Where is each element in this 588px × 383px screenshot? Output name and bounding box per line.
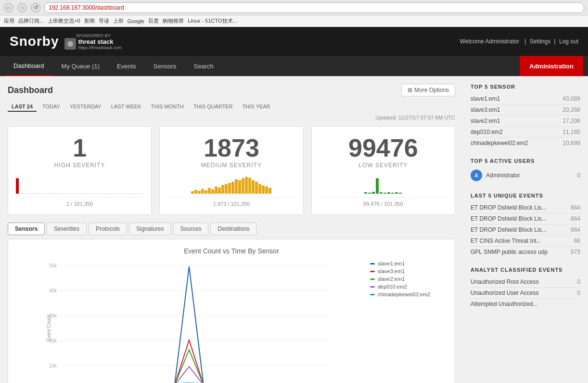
tab-this-month[interactable]: THIS MONTH: [147, 102, 187, 112]
high-severity-label: HIGH SEVERITY: [16, 162, 143, 169]
threat-stack-url: https://threatstack.com: [78, 45, 122, 50]
threat-stack-icon: [64, 38, 76, 50]
sensor-row-1: slave1:em1 43,089: [471, 93, 580, 105]
chart-wrap: 50k 40k 30k 20k 10k 0k Event Count: [16, 261, 447, 383]
high-severity-number: 1: [16, 134, 143, 162]
medium-severity-label: MEDIUM SEVERITY: [167, 162, 295, 169]
logo-area: Snorby SPONSORED BY threat stack https:/…: [10, 33, 122, 50]
threat-stack-logo: threat stack https://threatstack.com: [64, 38, 122, 50]
top5-sensor-section: TOP 5 SENSOR slave1:em1 43,089 slave3:em…: [471, 84, 580, 148]
page-content: Dashboard ⊞ More Options LAST 24 TODAY Y…: [0, 76, 588, 383]
tab-this-year[interactable]: THIS YEAR: [239, 102, 274, 112]
header-right: Welcome Administrator | Settings | Log o…: [458, 38, 578, 45]
high-severity-footer: 1 / 101,350: [16, 198, 143, 207]
last5-events-title: LAST 5 UNIQUE EVENTS: [471, 193, 580, 198]
svg-text:40k: 40k: [49, 288, 57, 293]
main-area: Dashboard ⊞ More Options LAST 24 TODAY Y…: [0, 76, 463, 383]
chart-tab-signatures[interactable]: Signatures: [129, 223, 171, 235]
last5-events-section: LAST 5 UNIQUE EVENTS ET DROP Dshield Blo…: [471, 193, 580, 257]
welcome-text: Welcome Administrator: [460, 38, 519, 45]
sponsored-by-text: SPONSORED BY: [76, 33, 111, 38]
unauthorized-root-access-label: Unauthorized Root Access: [471, 278, 538, 285]
tab-last24[interactable]: LAST 24: [8, 102, 37, 112]
low-severity-number: 99476: [320, 134, 447, 162]
user-name-admin: Administrator: [486, 172, 573, 179]
chart-tab-sensors[interactable]: Sensors: [8, 223, 45, 235]
low-severity-label: LOW SEVERITY: [320, 162, 447, 169]
high-severity-card: 1 HIGH SEVERITY 1 / 101,350: [8, 126, 152, 215]
attempted-unauthorized-label: Attempted Unauthorized...: [471, 301, 537, 307]
legend-item-chinadep: chinadepkewei02:em2: [370, 291, 447, 297]
app-header: Snorby SPONSORED BY threat stack https:/…: [0, 27, 588, 56]
chart-legend: slave1:em1 slave3:em1 slave2:em1 dep010:…: [370, 261, 447, 383]
legend-item-slave3: slave3:em1: [370, 268, 447, 274]
medium-severity-card: 1873 MEDIUM SEVERITY: [159, 126, 303, 215]
medium-severity-chart: [167, 174, 295, 194]
logout-link[interactable]: Log out: [559, 38, 578, 45]
event-row-3[interactable]: ET DROP Dshield Block Lis... 664: [471, 225, 580, 236]
tab-yesterday[interactable]: YESTERDAY: [66, 102, 105, 112]
analyst-event-row-3: Attempted Unauthorized...: [471, 299, 580, 309]
chart-tabs: Sensors Severities Protocols Signatures …: [8, 223, 455, 235]
url-bar[interactable]: [44, 2, 584, 13]
legend-item-slave1: slave1:em1: [370, 261, 447, 266]
analyst-event-row-1: Unauthorized Root Access 0: [471, 277, 580, 288]
sensor-row-5: chinadepkewei02:em2 10,699: [471, 138, 580, 148]
chart-title: Event Count vs Time By Sensor: [16, 247, 447, 255]
chart-tab-severities[interactable]: Severities: [47, 223, 87, 235]
sidebar: TOP 5 SENSOR slave1:em1 43,089 slave3:em…: [463, 76, 588, 383]
user-count-admin: 0: [577, 172, 580, 179]
bookmarks-bar: 应用 品牌订阅... 上班教交流+0 新闻 导读 上班 Google 百度 购物…: [0, 15, 588, 27]
browser-chrome: ← → ↺: [0, 0, 588, 15]
forward-button[interactable]: →: [17, 3, 27, 13]
back-button[interactable]: ←: [4, 3, 13, 13]
event-row-2[interactable]: ET DROP Dshield Block Lis... 664: [471, 213, 580, 225]
severity-cards: 1 HIGH SEVERITY 1 / 101,350 1873 MEDIUM …: [8, 126, 455, 215]
medium-severity-number: 1873: [167, 134, 295, 162]
chart-tab-sources[interactable]: Sources: [173, 223, 208, 235]
low-severity-footer: 99,476 / 101,350: [320, 198, 447, 207]
analyst-events-section: ANALYST CLASSIFIED EVENTS Unauthorized R…: [471, 267, 580, 309]
dashboard-header: Dashboard ⊞ More Options: [8, 84, 455, 96]
top5-users-section: TOP 5 ACTIVE USERS A Administrator 0: [471, 158, 580, 183]
svg-point-0: [67, 41, 73, 47]
svg-text:10k: 10k: [49, 363, 57, 369]
low-severity-chart: [320, 174, 447, 194]
threat-stack-name: threat stack: [78, 38, 122, 45]
low-severity-card: 99476 LOW SEVERITY 99,476 / 101,350: [311, 126, 455, 215]
tab-last-week[interactable]: LAST WEEK: [107, 102, 145, 112]
chart-svg: 50k 40k 30k 20k 10k 0k Event Count: [16, 261, 362, 383]
nav-search[interactable]: Search: [185, 56, 222, 76]
event-row-5[interactable]: GPL SNMP public access udp 573: [471, 247, 580, 257]
legend-item-dep010: dep010:em2: [370, 284, 447, 290]
user-row-admin: A Administrator 0: [471, 168, 580, 183]
nav-sensors[interactable]: Sensors: [145, 56, 185, 76]
sensor-row-4: dep010:em2 11,185: [471, 127, 580, 138]
chart-tab-protocols[interactable]: Protocols: [89, 223, 127, 235]
event-row-1[interactable]: ET DROP Dshield Block Lis... 664: [471, 202, 580, 213]
unauthorized-user-access-label: Unauthorized User Access: [471, 290, 538, 296]
nav-events[interactable]: Events: [108, 56, 145, 76]
medium-severity-footer: 1,873 / 101,350: [167, 198, 295, 207]
svg-text:50k: 50k: [49, 263, 57, 268]
admin-button[interactable]: Administration: [520, 56, 583, 76]
chart-container: Event Count vs Time By Sensor 50k 40k: [8, 239, 455, 383]
analyst-event-row-2: Unauthorized User Access 0: [471, 288, 580, 299]
tab-this-quarter[interactable]: THIS QUARTER: [190, 102, 237, 112]
updated-text: Updated: 11/27/17 07:57 AM UTC: [8, 115, 455, 120]
analyst-events-title: ANALYST CLASSIFIED EVENTS: [471, 267, 580, 273]
nav-dashboard[interactable]: Dashboard: [5, 56, 53, 76]
time-tabs: LAST 24 TODAY YESTERDAY LAST WEEK THIS M…: [8, 102, 455, 112]
top5-users-title: TOP 5 ACTIVE USERS: [471, 158, 580, 164]
top5-sensor-title: TOP 5 SENSOR: [471, 84, 580, 90]
grid-icon: ⊞: [408, 87, 412, 93]
chart-tab-destinations[interactable]: Destinations: [210, 223, 256, 235]
reload-button[interactable]: ↺: [31, 3, 40, 13]
nav-my-queue[interactable]: My Queue (1): [53, 56, 108, 76]
tab-today[interactable]: TODAY: [38, 102, 64, 112]
event-row-4[interactable]: ET CINS Active Threat Int... 66: [471, 236, 580, 247]
main-nav: Dashboard My Queue (1) Events Sensors Se…: [0, 56, 588, 76]
logo-text: Snorby: [10, 34, 59, 49]
more-options-button[interactable]: ⊞ More Options: [401, 84, 455, 96]
settings-link[interactable]: Settings: [530, 38, 550, 45]
